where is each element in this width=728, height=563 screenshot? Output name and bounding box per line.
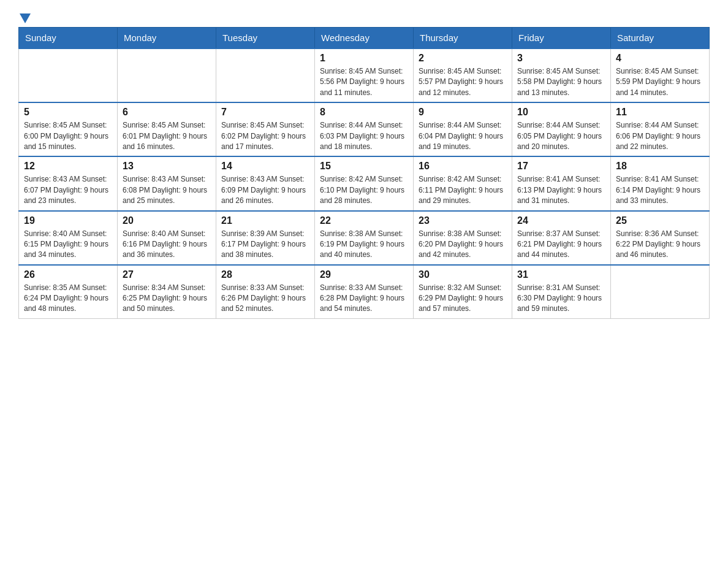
calendar-cell: 8Sunrise: 8:44 AM Sunset: 6:03 PM Daylig… bbox=[315, 102, 414, 156]
day-info: Sunrise: 8:45 AM Sunset: 6:02 PM Dayligh… bbox=[221, 120, 309, 152]
day-number: 12 bbox=[24, 161, 112, 172]
day-number: 16 bbox=[419, 161, 507, 172]
calendar-cell: 27Sunrise: 8:34 AM Sunset: 6:25 PM Dayli… bbox=[118, 265, 216, 319]
day-number: 8 bbox=[320, 107, 408, 118]
day-number: 1 bbox=[320, 53, 408, 64]
day-number: 24 bbox=[517, 215, 605, 226]
calendar-cell: 12Sunrise: 8:43 AM Sunset: 6:07 PM Dayli… bbox=[19, 156, 118, 210]
week-row-4: 19Sunrise: 8:40 AM Sunset: 6:15 PM Dayli… bbox=[19, 211, 710, 265]
calendar-cell: 5Sunrise: 8:45 AM Sunset: 6:00 PM Daylig… bbox=[19, 102, 118, 156]
svg-marker-0 bbox=[20, 13, 31, 23]
week-row-2: 5Sunrise: 8:45 AM Sunset: 6:00 PM Daylig… bbox=[19, 102, 710, 156]
calendar-cell: 21Sunrise: 8:39 AM Sunset: 6:17 PM Dayli… bbox=[216, 211, 315, 265]
weekday-header-monday: Monday bbox=[118, 28, 216, 49]
calendar-cell: 2Sunrise: 8:45 AM Sunset: 5:57 PM Daylig… bbox=[414, 48, 512, 102]
page-header bbox=[18, 12, 710, 21]
day-number: 9 bbox=[419, 107, 507, 118]
weekday-header-tuesday: Tuesday bbox=[216, 28, 315, 49]
day-number: 26 bbox=[24, 269, 112, 280]
day-number: 14 bbox=[221, 161, 309, 172]
day-info: Sunrise: 8:44 AM Sunset: 6:04 PM Dayligh… bbox=[419, 120, 507, 152]
day-info: Sunrise: 8:45 AM Sunset: 6:00 PM Dayligh… bbox=[24, 120, 112, 152]
calendar-cell: 6Sunrise: 8:45 AM Sunset: 6:01 PM Daylig… bbox=[118, 102, 216, 156]
day-number: 4 bbox=[616, 53, 704, 64]
day-info: Sunrise: 8:36 AM Sunset: 6:22 PM Dayligh… bbox=[616, 229, 704, 261]
day-info: Sunrise: 8:43 AM Sunset: 6:09 PM Dayligh… bbox=[221, 174, 309, 206]
day-number: 31 bbox=[517, 269, 605, 280]
day-number: 11 bbox=[616, 107, 704, 118]
day-info: Sunrise: 8:35 AM Sunset: 6:24 PM Dayligh… bbox=[24, 283, 112, 315]
calendar-cell: 1Sunrise: 8:45 AM Sunset: 5:56 PM Daylig… bbox=[315, 48, 414, 102]
day-number: 6 bbox=[123, 107, 211, 118]
calendar-cell bbox=[118, 48, 216, 102]
logo bbox=[18, 12, 31, 21]
day-info: Sunrise: 8:33 AM Sunset: 6:26 PM Dayligh… bbox=[221, 283, 309, 315]
calendar-table: SundayMondayTuesdayWednesdayThursdayFrid… bbox=[18, 27, 710, 319]
calendar-cell: 23Sunrise: 8:38 AM Sunset: 6:20 PM Dayli… bbox=[414, 211, 512, 265]
calendar-cell: 22Sunrise: 8:38 AM Sunset: 6:19 PM Dayli… bbox=[315, 211, 414, 265]
day-number: 25 bbox=[616, 215, 704, 226]
day-number: 19 bbox=[24, 215, 112, 226]
calendar-cell bbox=[611, 265, 710, 319]
day-number: 21 bbox=[221, 215, 309, 226]
day-number: 17 bbox=[517, 161, 605, 172]
weekday-header-wednesday: Wednesday bbox=[315, 28, 414, 49]
calendar-cell: 30Sunrise: 8:32 AM Sunset: 6:29 PM Dayli… bbox=[414, 265, 512, 319]
calendar-cell: 19Sunrise: 8:40 AM Sunset: 6:15 PM Dayli… bbox=[19, 211, 118, 265]
calendar-cell: 13Sunrise: 8:43 AM Sunset: 6:08 PM Dayli… bbox=[118, 156, 216, 210]
day-info: Sunrise: 8:45 AM Sunset: 5:59 PM Dayligh… bbox=[616, 66, 704, 98]
day-info: Sunrise: 8:45 AM Sunset: 6:01 PM Dayligh… bbox=[123, 120, 211, 152]
day-number: 10 bbox=[517, 107, 605, 118]
day-info: Sunrise: 8:42 AM Sunset: 6:10 PM Dayligh… bbox=[320, 174, 408, 206]
calendar-cell: 15Sunrise: 8:42 AM Sunset: 6:10 PM Dayli… bbox=[315, 156, 414, 210]
calendar-cell: 18Sunrise: 8:41 AM Sunset: 6:14 PM Dayli… bbox=[611, 156, 710, 210]
day-info: Sunrise: 8:45 AM Sunset: 5:58 PM Dayligh… bbox=[517, 66, 605, 98]
calendar-cell: 14Sunrise: 8:43 AM Sunset: 6:09 PM Dayli… bbox=[216, 156, 315, 210]
weekday-header-saturday: Saturday bbox=[611, 28, 710, 49]
calendar-cell: 3Sunrise: 8:45 AM Sunset: 5:58 PM Daylig… bbox=[512, 48, 611, 102]
day-info: Sunrise: 8:44 AM Sunset: 6:05 PM Dayligh… bbox=[517, 120, 605, 152]
day-info: Sunrise: 8:32 AM Sunset: 6:29 PM Dayligh… bbox=[419, 283, 507, 315]
day-info: Sunrise: 8:43 AM Sunset: 6:08 PM Dayligh… bbox=[123, 174, 211, 206]
week-row-5: 26Sunrise: 8:35 AM Sunset: 6:24 PM Dayli… bbox=[19, 265, 710, 319]
calendar-cell: 4Sunrise: 8:45 AM Sunset: 5:59 PM Daylig… bbox=[611, 48, 710, 102]
day-info: Sunrise: 8:31 AM Sunset: 6:30 PM Dayligh… bbox=[517, 283, 605, 315]
calendar-cell: 25Sunrise: 8:36 AM Sunset: 6:22 PM Dayli… bbox=[611, 211, 710, 265]
calendar-cell: 28Sunrise: 8:33 AM Sunset: 6:26 PM Dayli… bbox=[216, 265, 315, 319]
day-info: Sunrise: 8:41 AM Sunset: 6:14 PM Dayligh… bbox=[616, 174, 704, 206]
day-info: Sunrise: 8:37 AM Sunset: 6:21 PM Dayligh… bbox=[517, 229, 605, 261]
day-number: 20 bbox=[123, 215, 211, 226]
calendar-cell: 26Sunrise: 8:35 AM Sunset: 6:24 PM Dayli… bbox=[19, 265, 118, 319]
logo-arrow-icon bbox=[20, 13, 31, 23]
day-number: 2 bbox=[419, 53, 507, 64]
day-info: Sunrise: 8:40 AM Sunset: 6:15 PM Dayligh… bbox=[24, 229, 112, 261]
calendar-cell: 29Sunrise: 8:33 AM Sunset: 6:28 PM Dayli… bbox=[315, 265, 414, 319]
day-info: Sunrise: 8:40 AM Sunset: 6:16 PM Dayligh… bbox=[123, 229, 211, 261]
day-info: Sunrise: 8:34 AM Sunset: 6:25 PM Dayligh… bbox=[123, 283, 211, 315]
day-info: Sunrise: 8:33 AM Sunset: 6:28 PM Dayligh… bbox=[320, 283, 408, 315]
day-number: 28 bbox=[221, 269, 309, 280]
weekday-header-sunday: Sunday bbox=[19, 28, 118, 49]
day-info: Sunrise: 8:45 AM Sunset: 5:57 PM Dayligh… bbox=[419, 66, 507, 98]
calendar-cell: 7Sunrise: 8:45 AM Sunset: 6:02 PM Daylig… bbox=[216, 102, 315, 156]
day-number: 18 bbox=[616, 161, 704, 172]
day-number: 22 bbox=[320, 215, 408, 226]
day-info: Sunrise: 8:38 AM Sunset: 6:19 PM Dayligh… bbox=[320, 229, 408, 261]
day-info: Sunrise: 8:38 AM Sunset: 6:20 PM Dayligh… bbox=[419, 229, 507, 261]
weekday-header-row: SundayMondayTuesdayWednesdayThursdayFrid… bbox=[19, 28, 710, 49]
day-number: 30 bbox=[419, 269, 507, 280]
weekday-header-thursday: Thursday bbox=[414, 28, 512, 49]
calendar-cell: 24Sunrise: 8:37 AM Sunset: 6:21 PM Dayli… bbox=[512, 211, 611, 265]
day-number: 15 bbox=[320, 161, 408, 172]
calendar-cell: 31Sunrise: 8:31 AM Sunset: 6:30 PM Dayli… bbox=[512, 265, 611, 319]
week-row-3: 12Sunrise: 8:43 AM Sunset: 6:07 PM Dayli… bbox=[19, 156, 710, 210]
calendar-cell bbox=[19, 48, 118, 102]
day-number: 23 bbox=[419, 215, 507, 226]
day-info: Sunrise: 8:44 AM Sunset: 6:03 PM Dayligh… bbox=[320, 120, 408, 152]
day-number: 27 bbox=[123, 269, 211, 280]
week-row-1: 1Sunrise: 8:45 AM Sunset: 5:56 PM Daylig… bbox=[19, 48, 710, 102]
day-info: Sunrise: 8:45 AM Sunset: 5:56 PM Dayligh… bbox=[320, 66, 408, 98]
day-number: 5 bbox=[24, 107, 112, 118]
day-info: Sunrise: 8:42 AM Sunset: 6:11 PM Dayligh… bbox=[419, 174, 507, 206]
day-info: Sunrise: 8:41 AM Sunset: 6:13 PM Dayligh… bbox=[517, 174, 605, 206]
